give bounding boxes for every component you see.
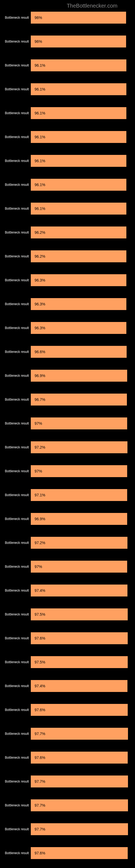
spacer: [5, 120, 130, 131]
bar-row: Bottleneck result97.5%: [5, 609, 130, 620]
bar-wrapper: 97.5%: [31, 656, 130, 668]
bar-label: Bottleneck result: [5, 326, 31, 330]
bar-value: 96.3%: [35, 278, 45, 282]
bar-wrapper: 96.6%: [31, 346, 130, 358]
spacer: [5, 97, 130, 107]
bar-wrapper: 96%: [31, 12, 130, 24]
bar: 96.3%: [31, 274, 126, 286]
bar-row: Bottleneck result96.1%: [5, 203, 130, 215]
bar-label: Bottleneck result: [5, 517, 31, 521]
bar-row: Bottleneck result97.7%: [5, 799, 130, 811]
bar-label: Bottleneck result: [5, 469, 31, 473]
bar-label: Bottleneck result: [5, 684, 31, 688]
bar-row: Bottleneck result96.9%: [5, 513, 130, 525]
bar-label: Bottleneck result: [5, 63, 31, 67]
spacer: [5, 407, 130, 417]
bar-wrapper: 97.6%: [31, 632, 130, 644]
bar-row: Bottleneck result97.4%: [5, 585, 130, 596]
bar-wrapper: 96.3%: [31, 274, 130, 286]
bar-label: Bottleneck result: [5, 780, 31, 783]
spacer: [5, 73, 130, 83]
bar-label: Bottleneck result: [5, 445, 31, 449]
bar-value: 97.7%: [35, 827, 45, 831]
bar: 97.4%: [31, 585, 127, 596]
bar-row: Bottleneck result97.1%: [5, 489, 130, 501]
bar-value: 96.1%: [35, 63, 45, 67]
bar-chart: Bottleneck result96%Bottleneck result96%…: [0, 12, 135, 859]
bar: 96.9%: [31, 370, 127, 382]
bar-label: Bottleneck result: [5, 302, 31, 306]
bar-row: Bottleneck result97%: [5, 561, 130, 572]
bar-row: Bottleneck result97.7%: [5, 823, 130, 835]
spacer: [5, 192, 130, 203]
bar-label: Bottleneck result: [5, 589, 31, 592]
bar-row: Bottleneck result96.6%: [5, 346, 130, 358]
bar: 97.4%: [31, 680, 127, 692]
bar-label: Bottleneck result: [5, 207, 31, 211]
bar-label: Bottleneck result: [5, 278, 31, 282]
bar: 96.2%: [31, 250, 126, 262]
bar: 96.1%: [31, 155, 126, 167]
spacer: [5, 240, 130, 250]
bar-row: Bottleneck result97%: [5, 465, 130, 477]
bar: 97.6%: [31, 752, 128, 764]
spacer: [5, 526, 130, 537]
bar-wrapper: 97.6%: [31, 704, 130, 716]
bar-value: 96.1%: [35, 183, 45, 187]
bar: 96.1%: [31, 131, 126, 143]
bar-wrapper: 97%: [31, 417, 130, 429]
bar: 97.2%: [31, 441, 127, 453]
bar-label: Bottleneck result: [5, 16, 31, 20]
bar-wrapper: 96.1%: [31, 131, 130, 143]
chart-header: TheBottlenecker.com: [0, 3, 135, 9]
bar: 96.7%: [31, 394, 127, 405]
bar-value: 96.7%: [35, 397, 45, 402]
bar-row: Bottleneck result96.1%: [5, 179, 130, 191]
bar-row: Bottleneck result96.3%: [5, 298, 130, 310]
bar: 96.1%: [31, 59, 126, 71]
bar-wrapper: 96.9%: [31, 370, 130, 382]
bar-value: 96.2%: [35, 230, 45, 235]
bar-label: Bottleneck result: [5, 756, 31, 760]
bar-label: Bottleneck result: [5, 40, 31, 43]
bar-label: Bottleneck result: [5, 708, 31, 712]
bar-label: Bottleneck result: [5, 398, 31, 401]
bar-value: 97%: [35, 421, 42, 426]
spacer: [5, 670, 130, 680]
bar-label: Bottleneck result: [5, 827, 31, 831]
bar: 97.7%: [31, 799, 128, 811]
bar-wrapper: 96.3%: [31, 322, 130, 334]
spacer: [5, 717, 130, 728]
bar-row: Bottleneck result97.5%: [5, 656, 130, 668]
spacer: [5, 311, 130, 322]
bar-label: Bottleneck result: [5, 637, 31, 640]
bar-wrapper: 96.7%: [31, 394, 130, 405]
bar-value: 97.6%: [35, 755, 45, 760]
bar: 96.1%: [31, 203, 126, 215]
bar-row: Bottleneck result96.1%: [5, 131, 130, 143]
bar-wrapper: 96.9%: [31, 513, 130, 525]
bar: 97%: [31, 417, 127, 429]
bar-value: 96.9%: [35, 373, 45, 378]
spacer: [5, 455, 130, 465]
bar-row: Bottleneck result97.2%: [5, 441, 130, 453]
spacer: [5, 693, 130, 704]
bar-wrapper: 97%: [31, 465, 130, 477]
bar-label: Bottleneck result: [5, 374, 31, 378]
bar-value: 97%: [35, 564, 42, 569]
bar-row: Bottleneck result97.4%: [5, 680, 130, 692]
spacer: [5, 359, 130, 370]
bar-row: Bottleneck result97.6%: [5, 847, 130, 859]
bar-wrapper: 96.3%: [31, 298, 130, 310]
bar-label: Bottleneck result: [5, 111, 31, 115]
bar: 96.1%: [31, 107, 126, 119]
bar: 97.6%: [31, 704, 128, 716]
bar-wrapper: 96.1%: [31, 107, 130, 119]
bar-label: Bottleneck result: [5, 159, 31, 163]
spacer: [5, 264, 130, 274]
bar-label: Bottleneck result: [5, 422, 31, 425]
bar-value: 96%: [35, 16, 42, 20]
bar-wrapper: 96.1%: [31, 155, 130, 167]
bar-label: Bottleneck result: [5, 851, 31, 855]
bar: 97.1%: [31, 489, 127, 501]
